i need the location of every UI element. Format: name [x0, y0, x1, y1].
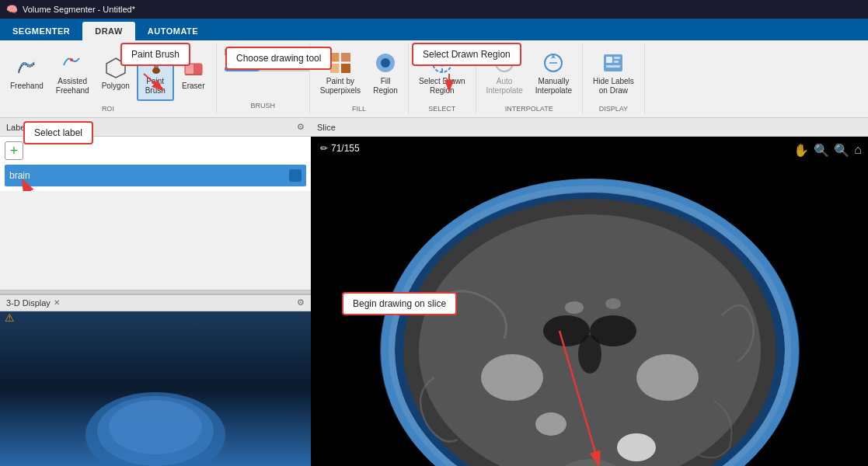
- svg-point-4: [152, 68, 160, 74]
- freehand-label: Freehand: [10, 82, 44, 91]
- labels-content: + brain Select label: [0, 137, 311, 191]
- freehand-icon: [14, 55, 39, 80]
- svg-rect-10: [341, 53, 350, 62]
- assisted-freehand-tool[interactable]: AssistedFreehand: [51, 45, 95, 101]
- paint-superpixels-label: Paint bySuperpixels: [320, 77, 361, 96]
- callout-select-drawn-region: Select Drawn Region: [412, 43, 521, 66]
- zoom-in-btn[interactable]: 🔍: [814, 143, 829, 158]
- freehand-tool[interactable]: Freehand: [5, 45, 49, 101]
- fill-section-label: FILL: [352, 103, 366, 113]
- display-section-label: DISPLAY: [599, 103, 628, 113]
- select-section-label: SELECT: [428, 103, 455, 113]
- display-section: Hide Labelson Draw DISPLAY: [583, 43, 645, 114]
- slice-counter-text: 71/155: [331, 143, 360, 154]
- svg-point-34: [109, 400, 202, 454]
- app-title: Volume Segmenter - Untitled*: [23, 5, 135, 14]
- slice-header: Slice: [311, 118, 868, 137]
- manually-interpolate-icon: [541, 50, 566, 75]
- left-panels: Labels ✕ ⚙ + brain Select label: [0, 118, 311, 466]
- zoom-out-btn[interactable]: 🔍: [834, 143, 849, 158]
- svg-rect-27: [606, 57, 612, 63]
- label-brain-text: brain: [9, 170, 30, 181]
- slice-controls: ✋ 🔍 🔍 ⌂: [793, 143, 862, 158]
- auto-interpolate-label: AutoInterpolate: [486, 77, 523, 96]
- assisted-freehand-icon: [60, 50, 85, 75]
- manually-interpolate-label: ManuallyInterpolate: [535, 77, 572, 96]
- polygon-label: Polygon: [102, 82, 130, 91]
- svg-point-46: [617, 433, 656, 461]
- brain-3d-svg: [78, 388, 233, 466]
- assisted-freehand-label: AssistedFreehand: [56, 77, 89, 96]
- svg-rect-30: [606, 65, 620, 68]
- display-panel-header: 3-D Display ✕ ⚙: [0, 294, 311, 311]
- labels-panel-gear[interactable]: ⚙: [297, 122, 305, 132]
- paint-brush-label: PaintBrush: [145, 77, 166, 96]
- manually-interpolate-tool[interactable]: ManuallyInterpolate: [530, 45, 577, 101]
- svg-point-48: [565, 301, 584, 314]
- brush-section-label: BRUSH: [225, 100, 302, 110]
- hide-labels-icon: [601, 50, 626, 75]
- app-icon: 🧠: [6, 4, 18, 15]
- warning-icon: ⚠: [5, 311, 15, 324]
- hide-labels-tool[interactable]: Hide Labelson Draw: [587, 45, 640, 101]
- svg-point-0: [70, 58, 73, 61]
- display-panel-gear[interactable]: ⚙: [297, 297, 305, 308]
- hide-labels-label: Hide Labelson Draw: [593, 77, 634, 96]
- title-bar: 🧠 Volume Segmenter - Untitled*: [0, 0, 868, 19]
- svg-point-42: [578, 335, 601, 374]
- 3d-display-view: ⚠: [0, 311, 311, 466]
- svg-rect-28: [614, 57, 620, 59]
- display-tools: Hide Labelson Draw: [587, 45, 640, 103]
- svg-point-44: [636, 354, 699, 401]
- callout-select-label: Select label: [23, 121, 93, 144]
- label-item-brain[interactable]: brain: [5, 165, 306, 186]
- 3d-display-section: 3-D Display ✕ ⚙ ⚠: [0, 294, 311, 466]
- svg-rect-7: [193, 64, 202, 75]
- label-color-swatch: [289, 169, 302, 182]
- tab-automate[interactable]: AUTOMATE: [135, 22, 211, 40]
- svg-point-47: [535, 412, 566, 436]
- svg-point-49: [605, 298, 621, 309]
- roi-section-label: ROI: [102, 103, 114, 113]
- callout-begin-drawing: Begin drawing on slice: [342, 292, 457, 315]
- interpolate-section-label: INTERPOLATE: [505, 103, 553, 113]
- fill-region-tool[interactable]: FillRegion: [368, 45, 403, 101]
- main-area: Labels ✕ ⚙ + brain Select label: [0, 118, 868, 466]
- display-close-btn[interactable]: ✕: [54, 298, 60, 307]
- callout-choose-drawing-tool: Choose drawing tool: [225, 47, 332, 70]
- slice-counter: ✏ 71/155: [320, 143, 360, 154]
- svg-point-16: [381, 58, 390, 68]
- svg-rect-12: [341, 64, 350, 73]
- tab-segmenter[interactable]: SEGMENTER: [0, 22, 82, 40]
- callout-paint-brush: Paint Brush: [120, 43, 190, 66]
- tab-bar: SEGMENTER DRAW AUTOMATE: [0, 19, 868, 40]
- labels-panel: Labels ✕ ⚙ + brain Select label: [0, 118, 311, 290]
- fit-view-btn[interactable]: ⌂: [854, 143, 862, 158]
- fill-region-icon: [373, 50, 398, 75]
- svg-point-43: [481, 354, 543, 401]
- fill-region-label: FillRegion: [373, 77, 398, 96]
- hand-tool-btn[interactable]: ✋: [793, 143, 809, 158]
- select-drawn-region-label: Select DrawnRegion: [419, 77, 465, 96]
- add-label-button[interactable]: +: [5, 141, 23, 160]
- svg-rect-29: [614, 61, 619, 63]
- display-title: 3-D Display: [6, 298, 51, 308]
- slice-panel: Slice ✏ 71/155 ✋ 🔍 🔍 ⌂: [311, 118, 868, 466]
- pencil-icon: ✏: [320, 143, 328, 154]
- slice-view[interactable]: ✏ 71/155 ✋ 🔍 🔍 ⌂: [311, 137, 868, 466]
- tab-draw[interactable]: DRAW: [82, 22, 135, 40]
- slice-title: Slice: [317, 123, 336, 132]
- eraser-label: Eraser: [182, 82, 204, 91]
